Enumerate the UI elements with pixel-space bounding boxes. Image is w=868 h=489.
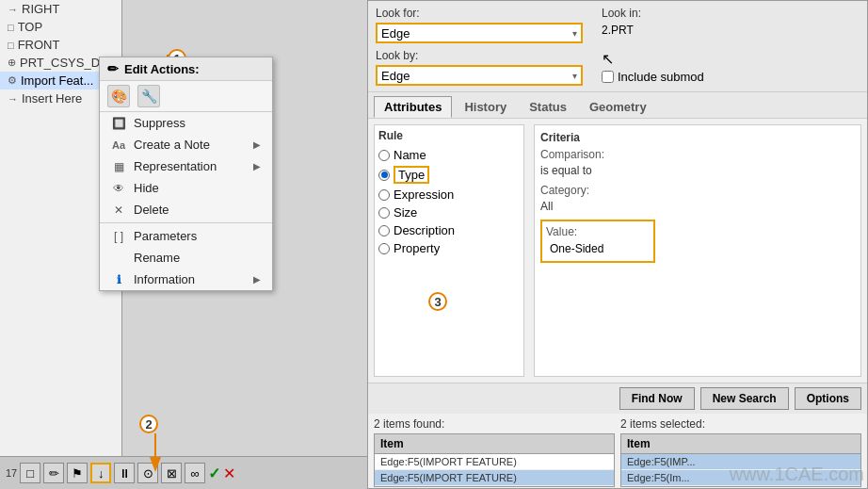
delete-icon: ✕ [111,204,126,217]
rename-label: Rename [134,251,180,265]
create-note-icon: Aa [111,139,126,151]
rule-expression-label: Expression [394,187,454,202]
right-icon: → [8,4,18,15]
top-icon: □ [8,22,14,33]
options-button[interactable]: Options [795,387,861,410]
rule-property[interactable]: Property [378,239,520,257]
toolbar-number: 17 [6,467,17,479]
category-value: All [540,199,855,214]
information-menu-item[interactable]: ℹ Information ▶ [100,269,272,290]
rule-expression-radio[interactable] [378,189,390,201]
front-icon: □ [8,40,14,51]
toolbar-download-btn[interactable]: ↓ [90,463,111,483]
parameters-label: Parameters [134,229,197,243]
hide-menu-item[interactable]: 👁 Hide [100,177,272,199]
look-by-dropdown[interactable]: Edge ▾ [376,65,583,86]
find-now-button[interactable]: Find Now [619,387,695,410]
value-row: Value: [540,220,855,263]
found-row-2[interactable]: Edge:F5(IMPORT FEATURE) [375,470,614,486]
search-content-area: Rule Name Type Expression Size D [368,119,867,383]
hide-icon: 👁 [111,182,126,195]
context-menu-header: ✏ Edit Actions: [100,57,272,81]
rule-name-label: Name [394,148,426,162]
create-note-label: Create a Note [134,138,210,152]
look-by-value: Edge [381,69,410,83]
information-label: Information [134,272,195,286]
search-top-area: Look for: Edge ▾ Look by: Edge ▾ Look in… [368,1,867,92]
toolbar-flag-btn[interactable]: ⚑ [67,463,88,483]
radio-filled-dot [381,171,388,178]
create-note-menu-item[interactable]: Aa Create a Note ▶ [100,134,272,155]
create-note-arrow: ▶ [253,139,261,150]
new-search-button[interactable]: New Search [700,387,789,410]
include-submods-group[interactable]: Include submod [602,70,704,84]
rules-panel: Rule Name Type Expression Size D [374,124,524,377]
found-row-1[interactable]: Edge:F5(IMPORT FEATURE) [375,454,614,470]
tree-item-top[interactable]: □ TOP [0,18,121,36]
rule-description[interactable]: Description [378,221,520,239]
cursor-pointer-icon: ↖ [602,50,614,68]
look-for-dropdown[interactable]: Edge ▾ [376,23,583,43]
parameters-menu-item[interactable]: [ ] Parameters [100,225,272,247]
suppress-menu-item[interactable]: 🔲 Suppress [100,112,272,134]
tree-item-right[interactable]: → RIGHT [0,0,121,18]
context-menu: ✏ Edit Actions: 🎨 🔧 🔲 Suppress Aa Create… [99,57,273,291]
tab-history[interactable]: History [454,96,517,118]
menu-divider [100,222,272,223]
wrench-icon-btn[interactable]: 🔧 [137,85,160,107]
selected-row-2[interactable]: Edge:F5(Im... [621,470,860,486]
toolbar-pause-btn[interactable]: ⏸ [114,463,135,483]
category-label: Category: [540,184,855,197]
rules-header: Rule [378,129,520,146]
rule-size-radio[interactable] [378,207,390,219]
look-in-group: Look in: 2.PRT ↖ Include submod [602,7,704,84]
rule-expression[interactable]: Expression [378,186,520,204]
rule-property-radio[interactable] [378,243,390,254]
value-input[interactable] [546,240,650,257]
rename-menu-item[interactable]: Rename [100,247,272,269]
toolbar-square-btn[interactable]: □ [20,463,40,483]
paint-icon-btn[interactable]: 🎨 [107,85,130,107]
tab-geometry[interactable]: Geometry [579,96,657,118]
found-table: Item Edge:F5(IMPORT FEATURE) Edge:F5(IMP… [374,433,615,487]
look-for-label: Look for: [376,7,583,20]
insert-icon: → [8,93,18,105]
category-row: Category: All [540,184,855,214]
tree-item-top-label: TOP [18,20,43,34]
rule-type-radio[interactable] [378,170,390,181]
look-in-value: 2.PRT [602,22,704,39]
comparison-row: Comparison: is equal to [540,148,855,178]
search-dialog: Look for: Edge ▾ Look by: Edge ▾ Look in… [367,0,868,489]
parameters-icon: [ ] [111,230,126,243]
information-icon: ℹ [111,273,126,286]
rule-description-label: Description [394,223,455,237]
comparison-label: Comparison: [540,148,855,161]
selected-row-1[interactable]: Edge:F5(IMP... [621,454,860,470]
look-for-group: Look for: Edge ▾ [376,7,583,43]
tab-attributes[interactable]: Attributes [374,96,452,118]
suppress-icon: 🔲 [111,117,126,130]
rule-name-radio[interactable] [378,150,390,161]
look-for-arrow: ▾ [572,28,577,39]
representation-menu-item[interactable]: ▦ Representation ▶ [100,155,272,177]
toolbar-pencil-btn[interactable]: ✏ [43,463,64,483]
rule-type[interactable]: Type [378,164,520,186]
toolbar-check-btn[interactable]: ✓ [208,465,220,482]
rule-description-radio[interactable] [378,225,390,236]
found-panel: 2 items found: Item Edge:F5(IMPORT FEATU… [374,417,615,487]
toolbar-infinity-btn[interactable]: ∞ [185,463,205,483]
toolbar-cancel-btn[interactable]: ✕ [223,465,235,482]
tree-item-front[interactable]: □ FRONT [0,36,121,54]
tree-item-right-label: RIGHT [22,2,59,16]
import-icon: ⚙ [8,74,17,87]
include-submods-checkbox[interactable] [602,71,614,83]
value-label: Value: [546,225,650,238]
edit-icon: ✏ [107,61,119,76]
selected-label: 2 items selected: [620,417,861,431]
tab-status[interactable]: Status [519,96,577,118]
rule-property-label: Property [394,241,440,255]
rule-size[interactable]: Size [378,204,520,221]
rule-name[interactable]: Name [378,146,520,164]
tree-item-insert-label: Insert Here [22,91,82,106]
delete-menu-item[interactable]: ✕ Delete [100,199,272,220]
